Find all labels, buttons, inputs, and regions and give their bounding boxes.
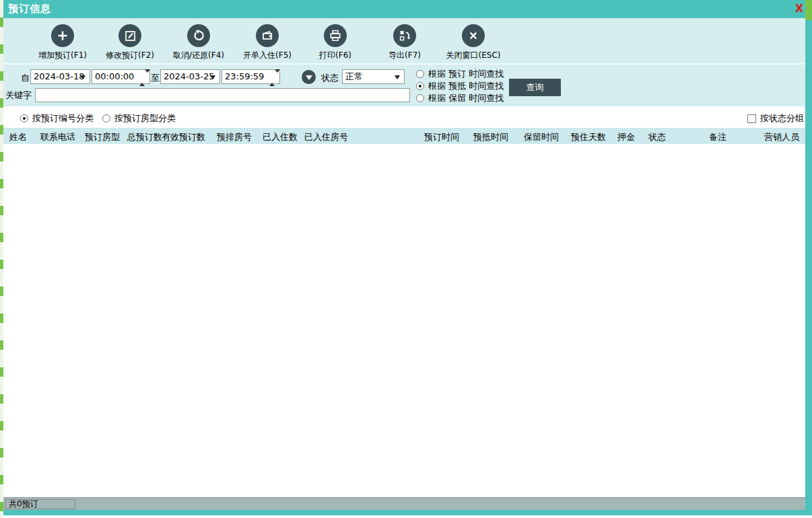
spinner-arrows-icon[interactable] — [269, 71, 277, 82]
edit-icon — [119, 24, 141, 47]
column-header: 总预订数 — [127, 131, 162, 143]
column-header: 保留时间 — [524, 131, 559, 143]
radio-group-by-room-type[interactable]: 按预订房型分类 — [102, 112, 176, 124]
chevron-down-icon[interactable] — [80, 75, 86, 79]
reservation-count: 共0预订 — [5, 499, 75, 509]
reservation-info-window: 预订信息 X 增加预订(F1) 修改预订(F2) 取消/还原(F4) — [3, 0, 805, 515]
to-label: 至 — [151, 72, 160, 84]
radio-label: 按预订房型分类 — [114, 112, 176, 124]
from-time-spinner[interactable]: 00:00:00 — [92, 69, 150, 84]
spinner-arrows-icon[interactable] — [139, 71, 147, 82]
keyword-input[interactable] — [35, 88, 410, 102]
to-date-select[interactable]: 2024-03-25 — [160, 69, 220, 84]
status-bar: 共0预订 — [3, 497, 805, 510]
query-button[interactable]: 查询 — [509, 79, 561, 96]
window-bottom-border — [3, 510, 805, 515]
export-icon — [393, 24, 416, 47]
chevron-down-icon[interactable] — [210, 75, 215, 79]
column-header: 已入住数 — [263, 131, 298, 143]
filter-panel: 自 2024-03-18 00:00:00 至 2024-03-25 23:59… — [3, 65, 805, 106]
radio-search-by-arrival-time[interactable]: 根据 预抵 时间查找 — [416, 80, 504, 92]
radio-icon[interactable] — [416, 94, 424, 102]
add-reservation-button[interactable]: 增加预订(F1) — [26, 24, 100, 61]
radio-icon[interactable] — [20, 114, 28, 122]
expand-more-button[interactable] — [302, 70, 316, 84]
radio-label: 按预订编号分类 — [32, 112, 94, 124]
radio-label: 根据 预抵 时间查找 — [428, 80, 504, 92]
title-bar: 预订信息 X — [3, 0, 805, 18]
column-header: 营销人员 — [764, 131, 799, 143]
add-icon — [51, 24, 74, 47]
check-in-button[interactable]: 开单入住(F5) — [230, 24, 304, 61]
column-header: 预住天数 — [571, 131, 606, 143]
checkbox-icon[interactable] — [747, 114, 756, 123]
radio-label: 根据 保留 时间查找 — [428, 92, 504, 104]
column-header: 有效预订数 — [162, 131, 205, 143]
checkbox-label: 按状态分组 — [760, 112, 804, 124]
print-button[interactable]: 打印(F6) — [298, 24, 372, 61]
column-header: 预排房号 — [217, 131, 252, 143]
radio-search-by-hold-time[interactable]: 根据 保留 时间查找 — [416, 92, 504, 104]
checkbox-group-by-status[interactable]: 按状态分组 — [747, 112, 804, 124]
radio-icon[interactable] — [102, 114, 110, 122]
toolbar-button-label: 开单入住(F5) — [230, 50, 304, 61]
from-date-value: 2024-03-18 — [34, 71, 85, 81]
column-header: 备注 — [709, 131, 726, 143]
column-header: 状态 — [648, 131, 666, 143]
toolbar-button-label: 关闭窗口(ESC) — [436, 50, 510, 61]
status-select[interactable]: 正常 — [342, 69, 405, 84]
radio-label: 根据 预订 时间查找 — [428, 68, 504, 80]
toolbar: 增加预订(F1) 修改预订(F2) 取消/还原(F4) 开单入住(F5) 打印(… — [3, 18, 805, 65]
chevron-down-icon[interactable] — [395, 75, 400, 79]
keyword-label: 关键字 — [5, 89, 32, 102]
undo-icon — [187, 24, 210, 47]
from-date-select[interactable]: 2024-03-18 — [30, 69, 90, 84]
close-icon[interactable]: X — [792, 2, 806, 15]
background-right-strip — [805, 0, 812, 515]
export-button[interactable]: 导出(F7) — [368, 24, 442, 61]
column-header: 押金 — [617, 131, 635, 143]
to-date-value: 2024-03-25 — [164, 71, 215, 81]
column-header: 预订房型 — [85, 131, 120, 143]
column-header: 预抵时间 — [473, 131, 508, 143]
radio-icon[interactable] — [416, 82, 424, 90]
status-label: 状态 — [321, 72, 339, 84]
toolbar-button-label: 打印(F6) — [298, 50, 372, 61]
radio-group-by-booking-number[interactable]: 按预订编号分类 — [20, 112, 94, 124]
wallet-icon — [256, 24, 279, 47]
column-header: 已入住房号 — [304, 131, 348, 143]
toolbar-button-label: 取消/还原(F4) — [162, 50, 236, 61]
printer-icon — [324, 24, 347, 47]
toolbar-button-label: 导出(F7) — [368, 50, 442, 61]
table-body — [3, 144, 805, 497]
close-window-button[interactable]: 关闭窗口(ESC) — [436, 24, 510, 61]
chevron-down-icon — [306, 75, 312, 80]
radio-icon[interactable] — [416, 70, 424, 78]
from-time-value: 00:00:00 — [95, 71, 134, 81]
radio-search-by-booking-time[interactable]: 根据 预订 时间查找 — [416, 68, 504, 80]
toolbar-button-label: 增加预订(F1) — [26, 50, 100, 61]
status-value: 正常 — [345, 71, 363, 81]
to-time-spinner[interactable]: 23:59:59 — [222, 69, 280, 84]
column-header: 预订时间 — [424, 131, 459, 143]
to-time-value: 23:59:59 — [225, 71, 264, 81]
column-header: 姓名 — [9, 131, 27, 143]
close-circle-icon — [462, 24, 485, 47]
window-title: 预订信息 — [8, 3, 51, 15]
column-header: 联系电话 — [40, 131, 75, 143]
from-label: 自 — [21, 72, 30, 84]
cancel-restore-button[interactable]: 取消/还原(F4) — [162, 24, 236, 61]
grouping-row: 按预订编号分类 按预订房型分类 按状态分组 — [3, 106, 805, 128]
modify-reservation-button[interactable]: 修改预订(F2) — [93, 24, 167, 61]
toolbar-button-label: 修改预订(F2) — [93, 50, 167, 61]
table-header: 姓名 联系电话 预订房型 总预订数 有效预订数 预排房号 已入住数 已入住房号 … — [3, 128, 805, 144]
